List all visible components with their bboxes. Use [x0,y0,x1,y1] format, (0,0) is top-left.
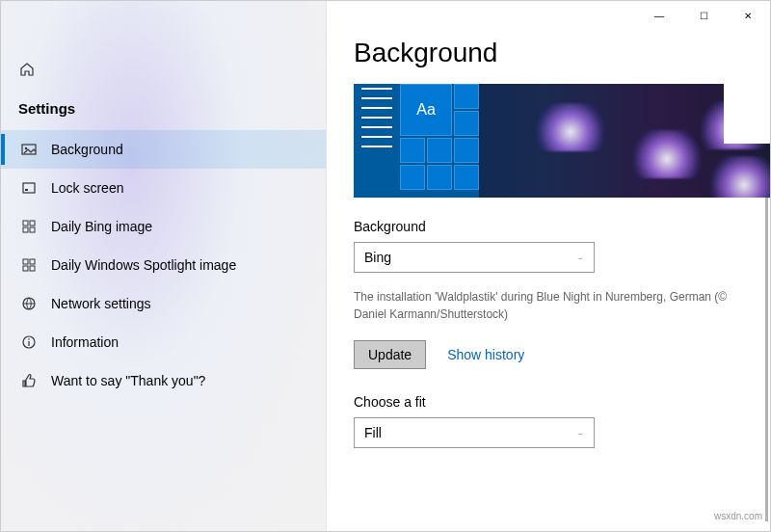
preview-tile-aa: Aa [400,84,452,136]
titlebar: — ☐ ✕ [637,1,770,30]
background-preview: Aa [354,84,770,198]
sidebar-item-label: Lock screen [51,180,123,196]
fit-label: Choose a fit [354,394,741,410]
sidebar-item-background[interactable]: Background [1,130,326,169]
grid-icon [20,256,38,274]
svg-rect-15 [28,341,29,346]
fit-select-value: Fill [364,425,382,440]
sidebar-item-information[interactable]: Information [1,323,326,361]
svg-rect-3 [25,189,28,191]
fit-select[interactable]: Fill ⌄ [354,417,595,448]
svg-rect-11 [30,266,35,271]
show-history-link[interactable]: Show history [447,347,524,362]
update-button[interactable]: Update [354,340,426,369]
sidebar-item-label: Network settings [51,296,150,311]
sidebar-item-lockscreen[interactable]: Lock screen [1,169,326,207]
preview-window [724,84,770,144]
svg-rect-2 [23,183,35,193]
svg-rect-5 [30,221,35,226]
background-label: Background [354,219,741,234]
svg-point-14 [28,338,30,340]
sidebar-item-daily-spotlight[interactable]: Daily Windows Spotlight image [1,246,326,284]
grid-icon [20,218,38,235]
svg-rect-6 [23,227,28,232]
sidebar-item-daily-bing[interactable]: Daily Bing image [1,207,326,246]
page-title: Background [354,38,741,68]
minimize-button[interactable]: — [637,1,681,30]
background-select-value: Bing [364,250,391,265]
sidebar-item-thankyou[interactable]: Want to say "Thank you"? [1,361,326,400]
thumbsup-icon [20,372,38,389]
svg-rect-8 [23,259,28,264]
home-button[interactable] [1,55,326,91]
svg-rect-7 [30,227,35,232]
watermark: wsxdn.com [714,511,762,521]
close-button[interactable]: ✕ [726,1,770,30]
svg-rect-4 [23,221,28,226]
picture-icon [20,141,38,158]
image-caption: The installation 'Waldplastik' during Bl… [354,288,741,323]
svg-point-1 [25,147,27,149]
info-icon [20,333,38,351]
main-content: Background Aa Background Bi [327,1,770,531]
svg-rect-10 [23,266,28,271]
svg-rect-9 [30,259,35,264]
chevron-down-icon: ⌄ [576,430,584,436]
background-select[interactable]: Bing ⌄ [354,242,595,273]
home-icon [18,61,36,78]
sidebar-item-network[interactable]: Network settings [1,284,326,323]
chevron-down-icon: ⌄ [576,254,584,260]
sidebar-title: Settings [1,91,326,130]
sidebar-item-label: Want to say "Thank you"? [51,373,205,388]
sidebar-item-label: Information [51,334,119,350]
preview-start-panel: Aa [354,84,479,198]
sidebar-item-label: Background [51,142,123,157]
lockscreen-icon [20,179,38,197]
sidebar: Settings Background Lock screen Daily Bi… [1,1,327,531]
globe-icon [20,295,38,312]
maximize-button[interactable]: ☐ [681,1,726,30]
sidebar-item-label: Daily Bing image [51,219,152,234]
sidebar-item-label: Daily Windows Spotlight image [51,257,236,273]
